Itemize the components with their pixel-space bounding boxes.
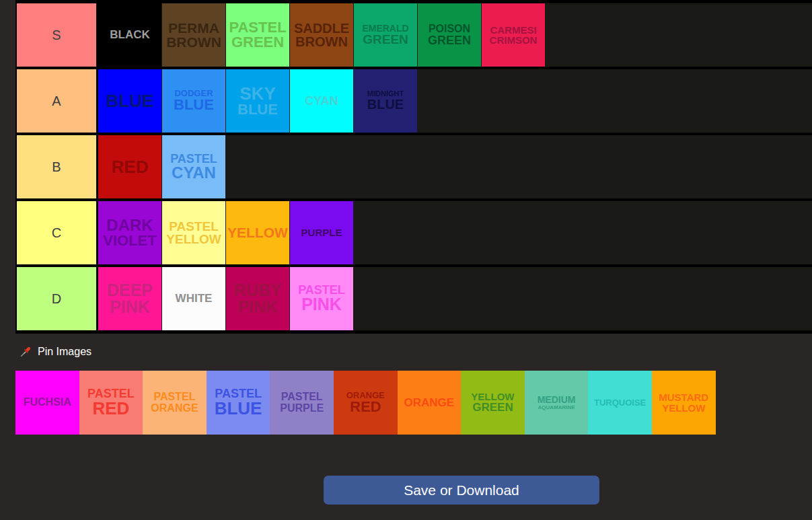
tier-row-d: DDEEPPINKWHITERUBYPINKPASTELPINK: [17, 267, 812, 330]
tile-label: DARK: [106, 217, 153, 233]
tile-label: BLACK: [110, 29, 150, 40]
tile-label: CYAN: [172, 165, 216, 181]
tile-label: MUSTARD: [659, 392, 708, 402]
tile-orange-red[interactable]: ORANGERED: [334, 371, 398, 435]
tile-label: PURPLE: [301, 227, 342, 237]
tile-poison-green[interactable]: POISONGREEN: [418, 3, 481, 67]
tile-label: CARMESI: [490, 25, 536, 35]
tile-white[interactable]: WHITE: [162, 267, 225, 330]
pushpin-icon: [20, 346, 32, 358]
tile-label: MEDIUM: [538, 395, 576, 404]
tile-pastel-blue[interactable]: PASTELBLUE: [207, 371, 270, 435]
save-or-download-button[interactable]: Save or Download: [324, 476, 599, 505]
tile-label: PERMA: [168, 21, 219, 35]
tile-emerald-green[interactable]: EMERALDGREEN: [354, 3, 417, 67]
tile-label: BLUE: [174, 98, 214, 112]
tier-row-s: SBLACKPERMABROWNPASTELGREENSADDLEBROWNEM…: [17, 3, 812, 67]
tile-blue[interactable]: BLUE: [98, 69, 161, 133]
tier-items-b: REDPASTELCYAN: [98, 135, 225, 198]
tile-fuchsia[interactable]: FUCHSIA: [15, 371, 79, 435]
tile-label: BLUE: [367, 98, 404, 111]
tier-row-b: BREDPASTELCYAN: [17, 135, 812, 198]
tile-label: PINK: [301, 296, 342, 313]
tile-label: RED: [92, 400, 129, 418]
tile-orange[interactable]: ORANGE: [398, 371, 462, 435]
tile-label: CYAN: [305, 95, 338, 107]
tile-label: BLUE: [237, 102, 278, 117]
tier-items-s: BLACKPERMABROWNPASTELGREENSADDLEBROWNEME…: [98, 3, 545, 67]
tile-label: GREEN: [363, 33, 408, 46]
tile-label: SADDLE: [294, 22, 349, 35]
tile-label: BROWN: [295, 35, 348, 48]
tile-carmesi-crimson[interactable]: CARMESICRIMSON: [482, 3, 545, 67]
tile-label: SKY: [239, 85, 275, 103]
tier-label-c: C: [17, 201, 98, 264]
tile-label: RED: [112, 158, 149, 176]
tile-yellow-green[interactable]: YELLOWGREEN: [461, 371, 525, 435]
tile-pastel-cyan[interactable]: PASTELCYAN: [162, 135, 225, 198]
tile-label: GREEN: [428, 34, 471, 46]
tile-pastel-red[interactable]: PASTELRED: [79, 371, 143, 435]
tile-medium-aquamarine[interactable]: MEDIUMAQUAMARINE: [525, 371, 589, 435]
tile-turquoise[interactable]: TURQUOISE: [588, 371, 652, 435]
tile-label: ORANGE: [404, 397, 455, 408]
tile-label: ORANGE: [151, 403, 198, 414]
tier-board: SBLACKPERMABROWNPASTELGREENSADDLEBROWNEM…: [15, 0, 812, 334]
tile-red[interactable]: RED: [98, 135, 161, 198]
tile-label: PASTEL: [281, 392, 323, 402]
tile-pastel-orange[interactable]: PASTELORANGE: [143, 371, 207, 435]
tile-black[interactable]: BLACK: [98, 3, 161, 67]
tile-label: DEEP: [107, 282, 153, 299]
tier-items-c: DARKVIOLETPASTELYELLOWYELLOWPURPLE: [98, 201, 353, 264]
tile-label: YELLOW: [227, 225, 288, 239]
tier-label-s: S: [17, 3, 98, 67]
tier-row-c: CDARKVIOLETPASTELYELLOWYELLOWPURPLE: [17, 201, 812, 264]
tile-label: GREEN: [231, 35, 284, 50]
tile-label: VIOLET: [103, 233, 156, 248]
tile-label: BROWN: [166, 35, 221, 49]
tile-pastel-purple[interactable]: PASTELPURPLE: [270, 371, 334, 435]
tile-ruby-pink[interactable]: RUBYPINK: [226, 267, 289, 330]
tile-label: POISON: [429, 24, 470, 34]
tile-label: RUBY: [234, 282, 282, 299]
tile-label: YELLOW: [166, 233, 221, 246]
tile-sky-blue[interactable]: SKYBLUE: [226, 69, 289, 133]
tile-label: YELLOW: [471, 392, 514, 402]
tile-label: FUCHSIA: [24, 397, 71, 408]
tier-label-b: B: [17, 135, 98, 198]
tier-label-d: D: [17, 267, 98, 330]
tile-dodger-blue[interactable]: DODGERBLUE: [162, 69, 225, 133]
tier-items-a: BLUEDODGERBLUESKYBLUECYANMIDNIGHTBLUE: [98, 69, 417, 133]
tile-label: PASTEL: [169, 220, 219, 233]
tile-label: WHITE: [176, 293, 213, 304]
tile-label: TURQUOISE: [594, 398, 646, 407]
tile-label: PASTEL: [229, 20, 286, 35]
tile-label: GREEN: [472, 402, 513, 413]
tile-label: BLUE: [215, 400, 262, 418]
tile-perma-brown[interactable]: PERMABROWN: [162, 3, 225, 67]
tile-label: CRIMSON: [490, 35, 538, 45]
tile-dark-violet[interactable]: DARKVIOLET: [98, 201, 161, 264]
tier-label-a: A: [17, 69, 98, 133]
tile-label: YELLOW: [662, 403, 705, 413]
tile-cyan[interactable]: CYAN: [290, 69, 353, 133]
tile-mustard-yellow[interactable]: MUSTARDYELLOW: [652, 371, 716, 435]
tile-label: PINK: [110, 299, 150, 316]
tile-midnight-blue[interactable]: MIDNIGHTBLUE: [354, 69, 417, 133]
tile-label: EMERALD: [362, 24, 408, 33]
tier-list-page: SBLACKPERMABROWNPASTELGREENSADDLEBROWNEM…: [0, 0, 812, 520]
tile-purple[interactable]: PURPLE: [290, 201, 353, 264]
tile-label: RED: [350, 400, 381, 414]
tile-label: PURPLE: [280, 403, 324, 414]
pin-images-label: Pin Images: [38, 346, 91, 358]
pin-images-toggle[interactable]: Pin Images: [20, 346, 91, 358]
tile-deep-pink[interactable]: DEEPPINK: [98, 267, 161, 330]
tile-saddle-brown[interactable]: SADDLEBROWN: [290, 3, 353, 67]
tile-pastel-yellow[interactable]: PASTELYELLOW: [162, 201, 225, 264]
tile-pastel-pink[interactable]: PASTELPINK: [290, 267, 353, 330]
tile-yellow[interactable]: YELLOW: [226, 201, 289, 264]
tile-label: PINK: [237, 299, 278, 316]
tile-label: AQUAMARINE: [538, 405, 575, 410]
tile-pastel-green[interactable]: PASTELGREEN: [226, 3, 289, 67]
tile-label: BLUE: [106, 92, 154, 110]
